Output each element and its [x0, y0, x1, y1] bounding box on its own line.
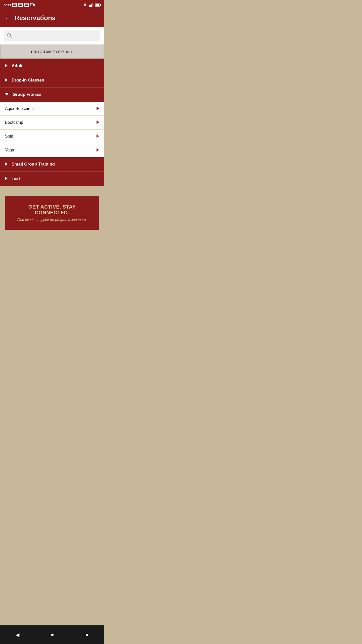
footer-main-text: GET ACTIVE. STAY CONNECTED.	[11, 204, 93, 216]
sub-item-yoga[interactable]: Yoga	[0, 143, 104, 157]
test-arrow-icon	[5, 177, 8, 181]
battery-icon	[95, 4, 100, 7]
group-fitness-arrow-icon	[5, 93, 9, 96]
yoga-label: Yoga	[5, 148, 14, 152]
small-group-label: Small Group Training	[12, 162, 55, 167]
svg-rect-9	[30, 4, 33, 6]
aqua-bootcamp-label: Aqua Bootcamp	[5, 106, 34, 111]
svg-rect-14	[93, 3, 93, 7]
program-filter-bar[interactable]: PROGRAM TYPE: ALL	[0, 45, 104, 59]
drop-in-arrow-icon	[5, 78, 8, 83]
notification-icon-4	[30, 3, 35, 7]
status-icons-area	[82, 3, 100, 7]
test-label: Test	[12, 176, 20, 181]
program-filter-label: PROGRAM TYPE: ALL	[31, 50, 73, 54]
search-wrapper	[4, 30, 100, 41]
small-group-arrow-icon	[5, 162, 8, 167]
category-adult[interactable]: Adult	[0, 59, 104, 73]
sub-item-bootcamp[interactable]: Bootcamp	[0, 116, 104, 130]
spin-arrow-icon	[97, 134, 99, 139]
search-input[interactable]	[4, 30, 100, 41]
drop-in-label: Drop-In Classes	[12, 78, 44, 83]
category-small-group-training[interactable]: Small Group Training	[0, 157, 104, 172]
aqua-bootcamp-arrow-icon	[97, 107, 99, 111]
category-test[interactable]: Test	[0, 172, 104, 186]
status-bar: 5:39 •	[0, 0, 104, 10]
category-drop-in-classes[interactable]: Drop-In Classes	[0, 73, 104, 88]
page-header: ← Reservations	[0, 10, 104, 27]
status-dot: •	[36, 4, 37, 7]
back-button[interactable]: ←	[5, 15, 11, 21]
signal-icon	[89, 3, 94, 7]
status-time-area: 5:39 •	[4, 3, 37, 7]
footer-area: GET ACTIVE. STAY CONNECTED. Find events,…	[0, 186, 104, 235]
notification-icon-2	[18, 3, 23, 7]
notification-icon-3	[24, 3, 29, 7]
svg-line-16	[10, 36, 12, 37]
adult-arrow-icon	[5, 64, 8, 68]
category-group-fitness[interactable]: Group Fitness	[0, 88, 104, 102]
bootcamp-arrow-icon	[97, 120, 99, 125]
adult-label: Adult	[12, 63, 22, 68]
sub-item-spin[interactable]: Spin	[0, 130, 104, 143]
search-section	[0, 27, 104, 45]
bootcamp-label: Bootcamp	[5, 120, 23, 125]
wifi-icon	[82, 3, 87, 7]
spin-label: Spin	[5, 134, 13, 139]
svg-rect-13	[91, 4, 92, 7]
notification-icon-1	[12, 3, 17, 7]
svg-rect-11	[89, 5, 90, 7]
page-title: Reservations	[15, 14, 56, 22]
status-time: 5:39	[4, 3, 11, 7]
search-icon	[7, 33, 12, 39]
categories-list: Adult Drop-In Classes Group Fitness Aqua…	[0, 59, 104, 186]
svg-rect-12	[90, 5, 91, 7]
sub-item-aqua-bootcamp[interactable]: Aqua Bootcamp	[0, 102, 104, 116]
group-fitness-label: Group Fitness	[13, 92, 41, 97]
svg-point-15	[8, 33, 11, 36]
svg-marker-10	[33, 4, 35, 7]
footer-banner: GET ACTIVE. STAY CONNECTED. Find events,…	[5, 196, 99, 230]
yoga-arrow-icon	[97, 148, 99, 152]
footer-sub-text: Find events, register for programs and m…	[11, 218, 93, 222]
